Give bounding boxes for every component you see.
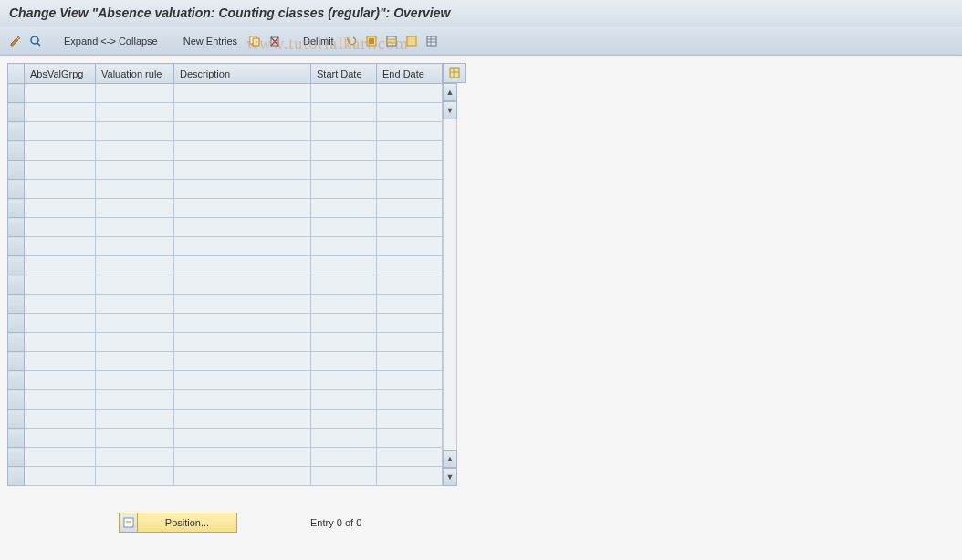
- cell[interactable]: [25, 467, 96, 486]
- row-selector-header[interactable]: [8, 64, 25, 84]
- row-selector[interactable]: [8, 314, 25, 333]
- row-selector[interactable]: [8, 448, 25, 467]
- cell[interactable]: [96, 84, 174, 103]
- cell[interactable]: [25, 390, 96, 410]
- cell[interactable]: [174, 256, 311, 275]
- row-selector[interactable]: [8, 141, 25, 161]
- column-header-absvalgrpg[interactable]: AbsValGrpg: [25, 64, 96, 84]
- cell[interactable]: [174, 429, 311, 448]
- row-selector[interactable]: [8, 199, 25, 218]
- expand-collapse-button[interactable]: Expand <-> Collapse: [58, 34, 163, 48]
- cell[interactable]: [25, 333, 96, 352]
- cell[interactable]: [96, 371, 174, 390]
- cell[interactable]: [377, 103, 443, 122]
- cell[interactable]: [174, 218, 311, 237]
- row-selector[interactable]: [8, 467, 25, 486]
- cell[interactable]: [377, 333, 443, 352]
- cell[interactable]: [96, 448, 174, 467]
- cell[interactable]: [25, 314, 96, 333]
- row-selector[interactable]: [8, 161, 25, 180]
- delete-icon[interactable]: [267, 33, 283, 49]
- cell[interactable]: [174, 122, 311, 141]
- cell[interactable]: [377, 448, 443, 467]
- cell[interactable]: [96, 237, 174, 256]
- column-header-end-date[interactable]: End Date: [377, 64, 443, 84]
- cell[interactable]: [174, 180, 311, 199]
- cell[interactable]: [311, 275, 377, 295]
- cell[interactable]: [174, 448, 311, 467]
- cell[interactable]: [96, 180, 174, 199]
- row-selector[interactable]: [8, 180, 25, 199]
- row-selector[interactable]: [8, 429, 25, 448]
- cell[interactable]: [96, 429, 174, 448]
- row-selector[interactable]: [8, 84, 25, 103]
- cell[interactable]: [311, 141, 377, 161]
- cell[interactable]: [174, 467, 311, 486]
- cell[interactable]: [25, 295, 96, 314]
- copy-as-icon[interactable]: [246, 33, 263, 49]
- cell[interactable]: [96, 314, 174, 333]
- row-selector[interactable]: [8, 256, 25, 275]
- cell[interactable]: [25, 410, 96, 429]
- cell[interactable]: [311, 218, 377, 237]
- cell[interactable]: [311, 410, 377, 429]
- cell[interactable]: [96, 218, 174, 237]
- cell[interactable]: [25, 448, 96, 467]
- cell[interactable]: [311, 84, 377, 103]
- cell[interactable]: [25, 256, 96, 275]
- scroll-up-button-2[interactable]: ▲: [443, 450, 457, 468]
- cell[interactable]: [96, 256, 174, 275]
- cell[interactable]: [377, 237, 443, 256]
- cell[interactable]: [25, 218, 96, 237]
- row-selector[interactable]: [8, 275, 25, 295]
- cell[interactable]: [96, 352, 174, 371]
- cell[interactable]: [377, 429, 443, 448]
- row-selector[interactable]: [8, 333, 25, 352]
- row-selector[interactable]: [8, 237, 25, 256]
- scroll-down-button[interactable]: ▼: [443, 101, 457, 119]
- cell[interactable]: [377, 122, 443, 141]
- position-button[interactable]: Position...: [119, 513, 237, 533]
- undo-change-icon[interactable]: [343, 33, 360, 49]
- scroll-up-button[interactable]: ▲: [443, 83, 457, 101]
- cell[interactable]: [174, 390, 311, 410]
- scroll-down-button-2[interactable]: ▼: [443, 468, 457, 486]
- column-header-description[interactable]: Description: [174, 64, 311, 84]
- cell[interactable]: [311, 352, 377, 371]
- cell[interactable]: [377, 161, 443, 180]
- cell[interactable]: [174, 333, 311, 352]
- column-header-valuation-rule[interactable]: Valuation rule: [96, 64, 174, 84]
- cell[interactable]: [96, 390, 174, 410]
- cell[interactable]: [174, 295, 311, 314]
- cell[interactable]: [25, 352, 96, 371]
- scroll-track[interactable]: [443, 119, 457, 450]
- toggle-display-change-icon[interactable]: [7, 33, 24, 49]
- cell[interactable]: [174, 314, 311, 333]
- cell[interactable]: [311, 237, 377, 256]
- cell[interactable]: [377, 352, 443, 371]
- cell[interactable]: [311, 180, 377, 199]
- cell[interactable]: [377, 275, 443, 295]
- cell[interactable]: [25, 141, 96, 161]
- column-header-start-date[interactable]: Start Date: [311, 64, 377, 84]
- row-selector[interactable]: [8, 352, 25, 371]
- cell[interactable]: [25, 237, 96, 256]
- cell[interactable]: [25, 122, 96, 141]
- cell[interactable]: [311, 371, 377, 390]
- cell[interactable]: [377, 180, 443, 199]
- row-selector[interactable]: [8, 410, 25, 429]
- cell[interactable]: [25, 429, 96, 448]
- cell[interactable]: [311, 314, 377, 333]
- cell[interactable]: [311, 161, 377, 180]
- row-selector[interactable]: [8, 295, 25, 314]
- cell[interactable]: [25, 84, 96, 103]
- cell[interactable]: [174, 161, 311, 180]
- cell[interactable]: [96, 161, 174, 180]
- cell[interactable]: [377, 390, 443, 410]
- delimit-button[interactable]: Delimit: [298, 34, 340, 48]
- cell[interactable]: [311, 448, 377, 467]
- cell[interactable]: [377, 467, 443, 486]
- cell[interactable]: [377, 256, 443, 275]
- cell[interactable]: [174, 237, 311, 256]
- cell[interactable]: [96, 333, 174, 352]
